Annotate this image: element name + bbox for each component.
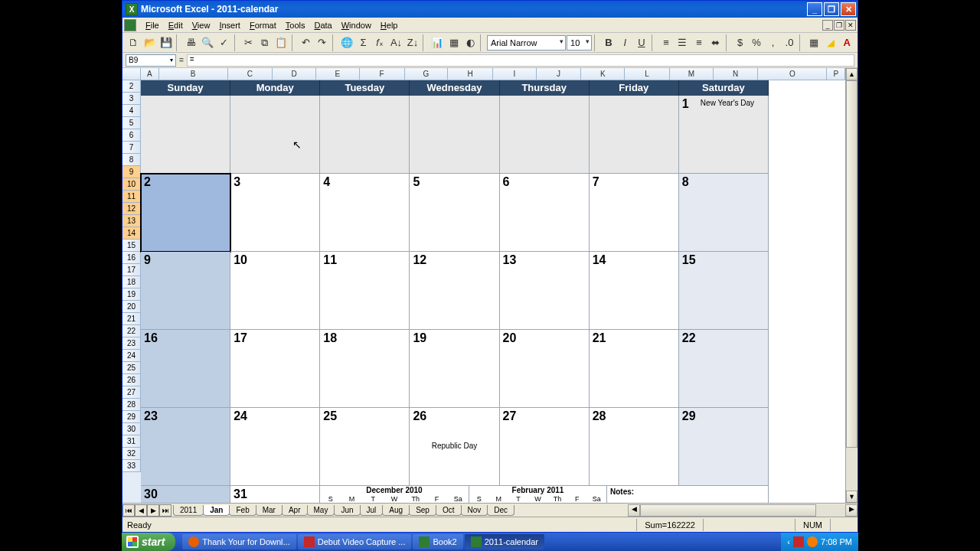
spellcheck-button[interactable]: ✓: [216, 34, 231, 51]
col-header-E[interactable]: E: [316, 68, 360, 80]
row-header-12[interactable]: 12: [122, 203, 141, 215]
row-header-14[interactable]: 14: [122, 227, 141, 240]
increase-decimal-button[interactable]: .0: [782, 34, 797, 51]
clock[interactable]: 7:08 PM: [821, 537, 852, 546]
calendar-day[interactable]: 12: [410, 252, 499, 330]
cut-button[interactable]: ✂: [240, 34, 256, 51]
open-button[interactable]: 📂: [142, 34, 157, 51]
align-center-button[interactable]: ☰: [675, 34, 690, 51]
redo-button[interactable]: ↷: [315, 34, 330, 51]
row-header-17[interactable]: 17: [122, 264, 141, 276]
row-header-18[interactable]: 18: [122, 276, 141, 289]
autosum-button[interactable]: Σ: [355, 34, 371, 51]
tab-nav-first[interactable]: ⏮: [122, 504, 135, 517]
row-header-11[interactable]: 11: [122, 191, 141, 203]
row-header-20[interactable]: 20: [122, 301, 141, 313]
col-header-M[interactable]: M: [670, 68, 714, 80]
scroll-thumb[interactable]: [846, 80, 858, 448]
row-header-2[interactable]: 2: [122, 80, 141, 93]
col-header-D[interactable]: D: [273, 68, 316, 80]
align-left-button[interactable]: ≡: [658, 34, 674, 51]
calendar-day[interactable]: 5: [410, 174, 499, 252]
col-header-O[interactable]: O: [758, 68, 827, 80]
calendar-day[interactable]: 15: [679, 252, 769, 330]
calendar-day[interactable]: 18: [320, 330, 410, 408]
row-header-32[interactable]: 32: [122, 448, 141, 460]
underline-button[interactable]: U: [634, 34, 649, 51]
row-header-21[interactable]: 21: [122, 313, 141, 325]
notes-cell[interactable]: Notes:: [607, 486, 769, 503]
hscroll-thumb[interactable]: [640, 504, 816, 517]
system-tray[interactable]: ‹ 7:08 PM: [781, 533, 858, 551]
tray-icon[interactable]: [807, 536, 818, 547]
row-header-22[interactable]: 22: [122, 325, 141, 337]
paste-button[interactable]: 📋: [273, 34, 289, 51]
scroll-left-button[interactable]: ◀: [628, 504, 640, 517]
comma-button[interactable]: ,: [765, 34, 780, 51]
row-header-7[interactable]: 7: [122, 142, 141, 154]
titlebar[interactable]: X Microsoft Excel - 2011-calendar _ ❐ ✕: [122, 1, 858, 18]
function-button[interactable]: fₓ: [372, 34, 387, 51]
calendar-day[interactable]: 20: [500, 330, 590, 408]
row-header-13[interactable]: 13: [122, 215, 141, 227]
row-header-33[interactable]: 33: [122, 460, 141, 472]
calendar-day[interactable]: 11: [320, 252, 410, 330]
calendar-day[interactable]: 10: [230, 252, 320, 330]
calendar-day[interactable]: 30: [141, 486, 230, 503]
calendar-day[interactable]: 25: [320, 408, 410, 486]
sort-asc-button[interactable]: A↓: [388, 34, 403, 51]
row-header-27[interactable]: 27: [122, 386, 141, 399]
row-header-15[interactable]: 15: [122, 240, 141, 252]
calendar-day[interactable]: 6: [500, 174, 590, 252]
spreadsheet-grid[interactable]: ABCDEFGHIJKLMNOP 23456789101112131415161…: [122, 68, 845, 503]
menu-data[interactable]: Data: [309, 19, 336, 31]
sheet-tab-oct[interactable]: Oct: [436, 505, 462, 516]
row-header-6[interactable]: 6: [122, 129, 141, 142]
sheet-tab-may[interactable]: May: [307, 505, 335, 516]
sheet-tab-dec[interactable]: Dec: [487, 505, 514, 516]
col-header-N[interactable]: N: [714, 68, 759, 80]
row-header-29[interactable]: 29: [122, 411, 141, 423]
col-header-G[interactable]: G: [405, 68, 449, 80]
scroll-right-button[interactable]: ▶: [845, 504, 858, 517]
print-button[interactable]: 🖶: [183, 34, 198, 51]
row-header-4[interactable]: 4: [122, 105, 141, 117]
formula-input[interactable]: =: [187, 54, 854, 67]
row-header-8[interactable]: 8: [122, 154, 141, 166]
col-header-K[interactable]: K: [581, 68, 625, 80]
taskbar-item[interactable]: Thank Your for Downl...: [182, 534, 296, 549]
font-combo[interactable]: Arial Narrow: [487, 35, 566, 51]
sheet-tab-jun[interactable]: Jun: [334, 505, 360, 516]
col-header-B[interactable]: B: [159, 68, 228, 80]
italic-button[interactable]: I: [617, 34, 632, 51]
sheet-tab-jul[interactable]: Jul: [360, 505, 384, 516]
calendar-day[interactable]: 3: [230, 174, 320, 252]
currency-button[interactable]: $: [732, 34, 747, 51]
new-button[interactable]: 🗋: [126, 34, 141, 51]
row-header-9[interactable]: 9: [122, 166, 141, 178]
calendar-day[interactable]: [230, 96, 320, 174]
bold-button[interactable]: B: [601, 34, 616, 51]
merge-button[interactable]: ⬌: [707, 34, 723, 51]
menu-window[interactable]: Window: [337, 19, 376, 31]
doc-close-button[interactable]: ✕: [845, 20, 856, 31]
borders-button[interactable]: ▦: [806, 34, 822, 51]
calendar-day[interactable]: 31: [230, 486, 320, 503]
sheet-tab-aug[interactable]: Aug: [382, 505, 410, 516]
row-header-28[interactable]: 28: [122, 399, 141, 411]
row-header-3[interactable]: 3: [122, 93, 141, 105]
calendar-day[interactable]: 9: [141, 252, 230, 330]
row-header-19[interactable]: 19: [122, 289, 141, 301]
horizontal-scrollbar[interactable]: ◀ ▶: [628, 504, 858, 517]
calendar-day[interactable]: 16: [141, 330, 230, 408]
calendar-day[interactable]: 21: [590, 330, 679, 408]
align-right-button[interactable]: ≡: [691, 34, 707, 51]
row-header-16[interactable]: 16: [122, 252, 141, 264]
percent-button[interactable]: %: [749, 34, 764, 51]
hyperlink-button[interactable]: 🌐: [339, 34, 354, 51]
calendar-day[interactable]: 28: [590, 408, 679, 486]
calendar-day[interactable]: [320, 96, 410, 174]
tray-icon[interactable]: [793, 536, 804, 547]
menu-edit[interactable]: Edit: [164, 19, 188, 31]
font-size-combo[interactable]: 10: [567, 35, 592, 51]
